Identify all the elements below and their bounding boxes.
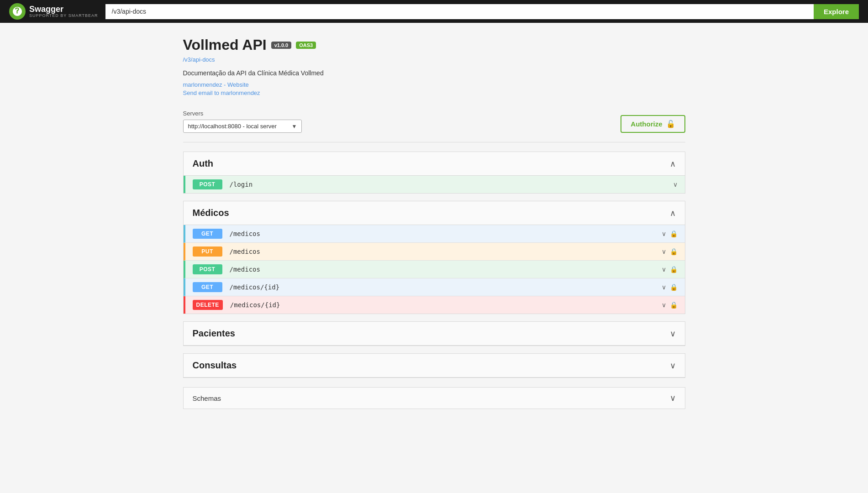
section-header-pacientes[interactable]: Pacientes ∨ <box>184 322 685 346</box>
search-input[interactable] <box>105 4 814 19</box>
website-link[interactable]: marlonmendez - Website <box>183 81 685 88</box>
header: Swagger SUPPORTED BY SMARTBEAR Explore <box>0 0 868 23</box>
method-badge-get: GET <box>193 229 222 239</box>
endpoint-icons-get-medicos: ∨ 🔒 <box>662 230 678 237</box>
swagger-logo-icon <box>9 3 26 20</box>
endpoint-path-login: /login <box>230 181 673 188</box>
version-badge: v1.0.0 <box>271 42 292 49</box>
section-title-consultas: Consultas <box>193 360 237 371</box>
endpoint-path-medicos-post: /medicos <box>230 266 662 273</box>
section-header-auth[interactable]: Auth ∧ <box>184 152 685 176</box>
lock-icon: 🔒 <box>670 266 678 273</box>
endpoint-icons-post-medicos: ∨ 🔒 <box>662 266 678 273</box>
lock-icon: 🔒 <box>670 230 678 237</box>
servers-select[interactable]: http://localhost:8080 - local server <box>183 120 302 133</box>
method-badge-delete: DELETE <box>193 300 223 310</box>
api-title-row: Vollmed API v1.0.0 OAS3 <box>183 37 685 53</box>
endpoint-post-login[interactable]: POST /login ∨ <box>184 176 685 193</box>
endpoint-path-medicos-get: /medicos <box>230 230 662 237</box>
servers-label: Servers <box>183 110 302 117</box>
servers-select-wrapper: http://localhost:8080 - local server ▼ <box>183 120 302 133</box>
section-title-auth: Auth <box>193 158 214 169</box>
endpoint-chevron-icon: ∨ <box>662 301 666 309</box>
authorize-label: Authorize <box>631 120 662 128</box>
endpoint-get-medicos[interactable]: GET /medicos ∨ 🔒 <box>184 225 685 243</box>
chevron-up-icon: ∧ <box>670 159 676 169</box>
endpoint-chevron-icon: ∨ <box>673 181 678 188</box>
section-title-medicos: Médicos <box>193 208 229 218</box>
endpoint-chevron-icon: ∨ <box>662 283 666 291</box>
api-title: Vollmed API <box>183 37 267 53</box>
lock-icon: 🔒 <box>670 283 678 291</box>
main-content: Vollmed API v1.0.0 OAS3 /v3/api-docs Doc… <box>174 23 694 427</box>
endpoint-icons-put-medicos: ∨ 🔒 <box>662 248 678 255</box>
endpoint-path-medicos-id-delete: /medicos/{id} <box>230 301 662 309</box>
section-pacientes: Pacientes ∨ <box>183 321 685 346</box>
oas-badge: OAS3 <box>296 42 316 49</box>
api-links: marlonmendez - Website Send email to mar… <box>183 81 685 96</box>
endpoint-delete-medicos-id[interactable]: DELETE /medicos/{id} ∨ 🔒 <box>184 296 685 314</box>
section-title-pacientes: Pacientes <box>193 328 235 339</box>
brand-sub: SUPPORTED BY SMARTBEAR <box>29 13 98 18</box>
servers-row: Servers http://localhost:8080 - local se… <box>183 110 685 142</box>
endpoint-path-medicos-id-get: /medicos/{id} <box>230 283 662 291</box>
endpoint-post-medicos[interactable]: POST /medicos ∨ 🔒 <box>184 261 685 278</box>
endpoint-icons-delete-medicos-id: ∨ 🔒 <box>662 301 678 309</box>
email-link[interactable]: Send email to marlonmendez <box>183 89 685 96</box>
svg-point-0 <box>9 3 26 20</box>
chevron-down-icon-consultas: ∨ <box>670 361 676 371</box>
endpoint-get-medicos-id[interactable]: GET /medicos/{id} ∨ 🔒 <box>184 278 685 296</box>
endpoint-chevron-icon: ∨ <box>662 266 666 273</box>
section-auth: Auth ∧ POST /login ∨ <box>183 152 685 194</box>
lock-icon: 🔒 <box>670 301 678 309</box>
section-medicos: Médicos ∧ GET /medicos ∨ 🔒 PUT /medicos <box>183 201 685 314</box>
search-bar: Explore <box>105 4 859 19</box>
chevron-down-icon-schemas: ∨ <box>670 393 676 403</box>
section-medicos-endpoints: GET /medicos ∨ 🔒 PUT /medicos ∨ 🔒 <box>184 225 685 314</box>
method-badge-post: POST <box>193 264 222 274</box>
brand-name: Swagger <box>29 5 98 13</box>
endpoint-path-medicos-put: /medicos <box>230 248 662 255</box>
endpoint-chevron-icon: ∨ <box>662 248 666 255</box>
section-header-consultas[interactable]: Consultas ∨ <box>184 354 685 378</box>
method-badge-put: PUT <box>193 246 222 257</box>
logo-container: Swagger SUPPORTED BY SMARTBEAR <box>9 3 98 20</box>
section-header-medicos[interactable]: Médicos ∧ <box>184 201 685 225</box>
lock-icon: 🔒 <box>670 248 678 255</box>
endpoint-icons-login: ∨ <box>673 181 678 188</box>
endpoint-icons-get-medicos-id: ∨ 🔒 <box>662 283 678 291</box>
endpoint-chevron-icon: ∨ <box>662 230 666 237</box>
section-auth-endpoints: POST /login ∨ <box>184 176 685 193</box>
lock-icon: 🔓 <box>666 120 675 128</box>
schemas-section: Schemas ∨ <box>183 387 685 409</box>
chevron-up-icon-medicos: ∧ <box>670 208 676 218</box>
sections-container: Auth ∧ POST /login ∨ Médicos ∧ <box>183 152 685 378</box>
schemas-header[interactable]: Schemas ∨ <box>184 388 685 409</box>
authorize-button[interactable]: Authorize 🔓 <box>621 115 685 133</box>
explore-button[interactable]: Explore <box>814 4 859 19</box>
schemas-title: Schemas <box>193 394 221 402</box>
chevron-down-icon-pacientes: ∨ <box>670 329 676 339</box>
api-url-link[interactable]: /v3/api-docs <box>183 56 685 63</box>
method-badge-get: GET <box>193 282 222 292</box>
method-badge-post: POST <box>193 179 222 189</box>
swagger-brand: Swagger SUPPORTED BY SMARTBEAR <box>29 5 98 18</box>
api-description: Documentação da API da Clínica Médica Vo… <box>183 69 685 77</box>
section-consultas: Consultas ∨ <box>183 353 685 378</box>
endpoint-put-medicos[interactable]: PUT /medicos ∨ 🔒 <box>184 243 685 261</box>
servers-section: Servers http://localhost:8080 - local se… <box>183 110 302 133</box>
